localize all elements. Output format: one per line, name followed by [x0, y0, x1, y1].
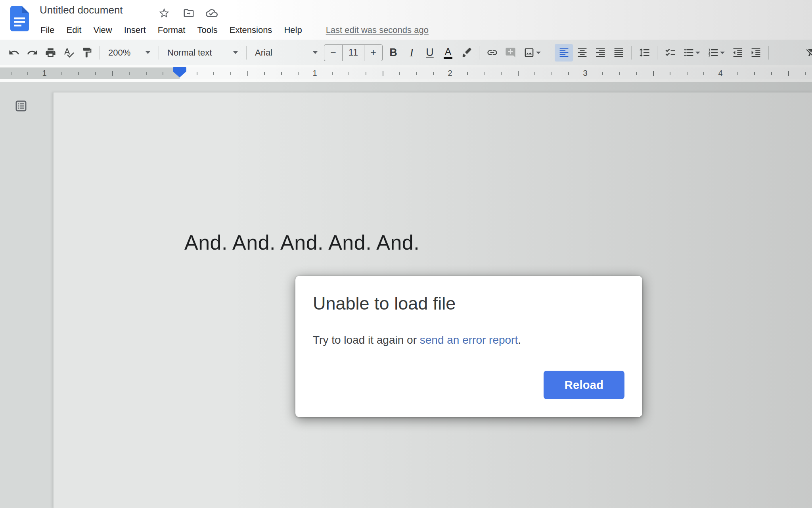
bulleted-list-button[interactable]	[679, 44, 704, 62]
ruler-tick	[670, 72, 670, 75]
align-left-button[interactable]	[555, 44, 573, 62]
cloud-status-button[interactable]	[205, 6, 219, 20]
numbered-list-button[interactable]	[704, 44, 728, 62]
undo-icon	[8, 47, 20, 58]
ruler-tick	[399, 72, 400, 75]
toolbar-divider	[479, 46, 479, 60]
highlighter-icon	[461, 47, 472, 58]
insert-image-button[interactable]	[519, 44, 547, 62]
app-header: Untitled document File Edit View Insert …	[0, 0, 812, 40]
docs-logo-icon[interactable]	[10, 6, 29, 31]
justify-icon	[613, 47, 624, 58]
undo-button[interactable]	[5, 44, 23, 62]
indent-button[interactable]	[747, 44, 765, 62]
document-text[interactable]: And. And. And. And. And.	[184, 231, 419, 254]
increase-font-size-button[interactable]: +	[364, 45, 382, 61]
menu-edit[interactable]: Edit	[66, 25, 81, 35]
ruler-tick	[771, 72, 772, 75]
print-button[interactable]	[41, 44, 59, 62]
ruler-tick	[332, 72, 333, 75]
paint-format-icon	[81, 47, 93, 58]
ruler-tick	[247, 71, 248, 76]
align-right-button[interactable]	[591, 44, 609, 62]
star-button[interactable]	[157, 6, 171, 20]
checklist-button[interactable]	[661, 44, 679, 62]
font-family-select[interactable]: Arial	[250, 44, 322, 62]
zoom-value: 200%	[108, 48, 130, 58]
ruler-tick	[78, 72, 79, 75]
toolbar: 200% Normal text Arial − 11 + B I U A	[0, 40, 812, 65]
justify-button[interactable]	[609, 44, 628, 62]
ruler-tick	[298, 72, 299, 75]
spellcheck-icon	[63, 47, 75, 58]
text-color-button[interactable]: A	[439, 44, 457, 62]
ruler-tick	[433, 72, 434, 75]
align-right-icon	[595, 47, 606, 58]
reload-button[interactable]: Reload	[544, 371, 624, 399]
zoom-select[interactable]: 200%	[103, 44, 155, 62]
ruler-inch-label: 3	[583, 69, 587, 78]
line-spacing-button[interactable]	[635, 44, 653, 62]
ruler-tick	[112, 71, 113, 76]
chevron-down-icon	[720, 52, 725, 54]
clear-formatting-icon	[805, 47, 812, 58]
paint-format-button[interactable]	[78, 44, 96, 62]
decrease-font-size-button[interactable]: −	[324, 45, 342, 61]
ruler-margin-region	[0, 67, 180, 79]
indent-marker-icon[interactable]	[173, 67, 186, 77]
add-comment-button[interactable]	[501, 44, 519, 62]
ruler-tick	[213, 72, 214, 75]
move-folder-button[interactable]	[182, 6, 196, 20]
last-edit-status[interactable]: Last edit was seconds ago	[326, 25, 429, 35]
menu-format[interactable]: Format	[158, 25, 186, 35]
redo-button[interactable]	[23, 44, 41, 62]
ruler-tick	[737, 72, 738, 75]
font-size-input[interactable]: 11	[342, 45, 364, 61]
ruler-tick	[95, 72, 96, 75]
ruler-tick	[602, 72, 603, 75]
ruler-tick	[501, 72, 502, 75]
ruler-inch-label: 1	[312, 69, 317, 78]
dialog-message-prefix: Try to load it again or	[313, 334, 420, 346]
align-center-icon	[576, 47, 588, 58]
link-icon	[486, 47, 498, 58]
ruler-tick	[484, 72, 485, 75]
text-color-icon: A	[444, 47, 452, 59]
outdent-button[interactable]	[728, 44, 747, 62]
underline-button[interactable]: U	[421, 44, 439, 62]
align-center-button[interactable]	[573, 44, 591, 62]
add-comment-icon	[505, 47, 516, 58]
clear-formatting-button[interactable]	[802, 44, 812, 61]
chevron-down-icon	[313, 51, 318, 54]
menu-tools[interactable]: Tools	[197, 25, 217, 35]
menu-file[interactable]: File	[40, 25, 54, 35]
ruler-tick	[703, 72, 704, 75]
send-error-report-link[interactable]: send an error report	[420, 334, 518, 346]
document-title[interactable]: Untitled document	[40, 4, 123, 16]
move-folder-icon	[183, 7, 195, 19]
indent-icon	[750, 47, 762, 58]
document-outline-icon	[15, 100, 27, 112]
ruler[interactable]: 11234	[0, 65, 812, 82]
paragraph-style-select[interactable]: Normal text	[163, 44, 243, 62]
menu-extensions[interactable]: Extensions	[230, 25, 272, 35]
ruler-tick	[619, 72, 620, 75]
menu-insert[interactable]: Insert	[124, 25, 146, 35]
cloud-saved-icon	[206, 7, 218, 19]
ruler-tick	[230, 72, 231, 75]
ruler-tick	[788, 71, 789, 76]
insert-link-button[interactable]	[483, 44, 501, 62]
menu-help[interactable]: Help	[284, 25, 302, 35]
chevron-down-icon	[536, 52, 541, 54]
menu-view[interactable]: View	[93, 25, 112, 35]
toolbar-divider	[246, 46, 247, 60]
paragraph-style-value: Normal text	[167, 48, 212, 58]
italic-button[interactable]: I	[402, 44, 421, 62]
spellcheck-button[interactable]	[59, 44, 78, 62]
ruler-tick	[467, 72, 468, 75]
ruler-tick	[146, 72, 147, 75]
toolbar-divider	[551, 46, 551, 60]
highlight-color-button[interactable]	[457, 44, 475, 62]
bold-button[interactable]: B	[384, 44, 402, 62]
show-outline-button[interactable]	[14, 99, 28, 113]
